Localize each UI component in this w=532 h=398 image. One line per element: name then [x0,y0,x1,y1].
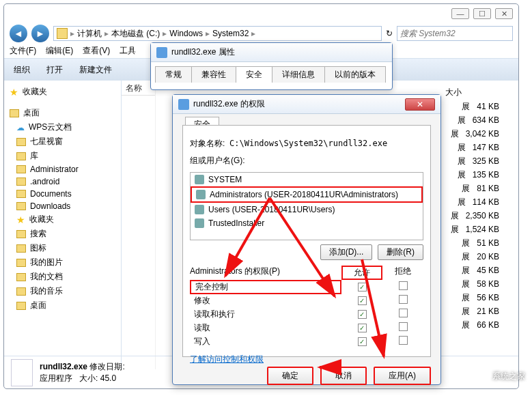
add-button[interactable]: 添加(D)... [320,244,373,260]
permission-name: 读取 [190,322,341,334]
allow-checkbox[interactable] [358,283,367,292]
allow-checkbox[interactable] [358,337,367,346]
sidebar-item[interactable]: Administrator [7,163,118,175]
size-cell: 展 634 KB [443,113,505,127]
permission-name: 写入 [190,336,341,347]
size-cell: 展 56 KB [443,291,505,304]
library-icon [16,152,26,160]
app-icon [178,99,189,110]
refresh-icon[interactable]: ↻ [386,29,393,38]
permission-row: 读取 [190,321,423,335]
user-item[interactable]: TrustedInstaller [191,216,423,230]
ok-button[interactable]: 确定 [267,367,313,385]
folder-icon [57,28,68,39]
menu-file[interactable]: 文件(F) [10,45,36,57]
breadcrumb[interactable]: ▸ 计算机▸ 本地磁盘 (C:)▸ Windows▸ System32▸ [53,26,382,41]
sidebar-item[interactable]: 我的图片 [7,255,118,270]
user-item[interactable]: Users (USER-20180411UR\Users) [191,203,423,216]
search-input[interactable] [397,26,513,41]
star-icon: ★ [10,87,18,98]
sidebar-favorites[interactable]: ★收藏夹 [7,85,118,99]
organize-button[interactable]: 组织 [10,63,34,77]
star-icon: ★ [16,214,25,225]
back-button[interactable]: ◄ [10,25,27,42]
sidebar-item[interactable]: Documents [7,188,118,200]
column-size[interactable]: 大小 [443,85,505,100]
sidebar-item[interactable]: 桌面 [7,298,118,313]
permission-row: 完全控制 [190,280,423,294]
folder-icon [16,259,26,267]
sidebar-item[interactable]: .android [7,175,118,188]
breadcrumb-item[interactable]: System32 [212,29,249,38]
allow-header: 允许 [341,266,382,280]
deny-checkbox[interactable] [399,336,408,345]
address-bar: ◄ ► ▸ 计算机▸ 本地磁盘 (C:)▸ Windows▸ System32▸… [4,23,518,44]
sidebar-item[interactable]: ★收藏夹 [7,212,118,227]
tab-general[interactable]: 常规 [155,66,192,83]
object-path: C:\Windows\System32\rundll32.exe [229,139,387,148]
sidebar-item[interactable]: 搜索 [7,227,118,241]
deny-checkbox[interactable] [399,295,408,304]
status-filename: rundll32.exe [40,362,87,371]
learn-link[interactable]: 了解访问控制和权限 [190,354,264,365]
cancel-button[interactable]: 取消 [320,367,367,385]
size-cell: 展 66 KB [443,318,505,332]
maximize-button[interactable]: ☐ [473,8,491,19]
dialog-title[interactable]: rundll32.exe 的权限 ✕ [173,95,440,114]
deny-checkbox[interactable] [399,322,408,331]
permissions-dialog: rundll32.exe 的权限 ✕ 安全 对象名称: C:\Windows\S… [172,94,441,385]
size-cell: 展 21 KB [443,304,505,318]
allow-checkbox[interactable] [358,310,367,319]
tab-compat[interactable]: 兼容性 [191,66,236,83]
permission-name: 完全控制 [190,280,341,294]
apply-button[interactable]: 应用(A) [374,367,431,385]
menu-tools[interactable]: 工具 [120,45,136,57]
status-size: 45.0 [100,373,116,383]
deny-checkbox[interactable] [399,309,408,317]
breadcrumb-item[interactable]: 本地磁盘 (C:) [111,28,160,40]
sidebar-item[interactable]: ☁WPS云文档 [7,120,118,134]
remove-button[interactable]: 删除(R) [378,244,423,260]
forward-button[interactable]: ► [31,25,49,42]
tab-security[interactable]: 安全 [236,66,272,83]
breadcrumb-item[interactable]: 计算机 [77,28,102,40]
status-date-label: 修改日期: [89,362,124,371]
allow-checkbox[interactable] [358,324,367,332]
open-button[interactable]: 打开 [42,63,67,77]
dialog-title: rundll32.exe 属性 [151,43,392,62]
folder-icon [16,138,26,146]
menu-view[interactable]: 查看(V) [83,45,110,57]
cloud-icon: ☁ [16,123,25,132]
breadcrumb-item[interactable]: Windows [169,29,203,38]
deny-checkbox[interactable] [399,281,408,290]
sidebar-item[interactable]: 七星视窗 [7,134,118,149]
close-button[interactable]: ✕ [495,8,513,19]
user-item[interactable]: SYSTEM [191,173,423,186]
groups-label: 组或用户名(G): [190,155,423,167]
folder-icon [16,287,26,296]
size-cell: 展 147 KB [443,141,505,154]
size-cell: 展 3,042 KB [443,127,505,141]
sidebar-item[interactable]: Downloads [7,200,118,212]
new-folder-button[interactable]: 新建文件 [75,63,116,77]
size-cell: 展 325 KB [443,154,505,168]
size-cell: 展 81 KB [443,182,505,195]
menu-edit[interactable]: 编辑(E) [46,45,73,57]
tab-previous[interactable]: 以前的版本 [324,66,386,83]
close-button[interactable]: ✕ [405,98,435,111]
sidebar-item[interactable]: 我的音乐 [7,284,118,298]
sidebar-item[interactable]: 库 [7,149,118,163]
user-list[interactable]: SYSTEMAdministrators (USER-20180411UR\Ad… [190,172,423,240]
minimize-button[interactable]: — [451,8,469,19]
sidebar: ★收藏夹 桌面 ☁WPS云文档 七星视窗 库 Administrator .an… [4,81,122,369]
sidebar-item[interactable]: 我的文档 [7,270,118,284]
user-item[interactable]: Administrators (USER-20180411UR\Administ… [191,186,423,203]
size-cell: 展 41 KB [443,100,505,113]
tab-details[interactable]: 详细信息 [272,66,325,83]
sidebar-desktop[interactable]: 桌面 [7,106,118,120]
object-label: 对象名称: [190,139,225,148]
user-icon [195,218,204,228]
allow-checkbox[interactable] [358,296,367,305]
desktop-icon [10,109,19,117]
sidebar-item[interactable]: 图标 [7,241,118,255]
